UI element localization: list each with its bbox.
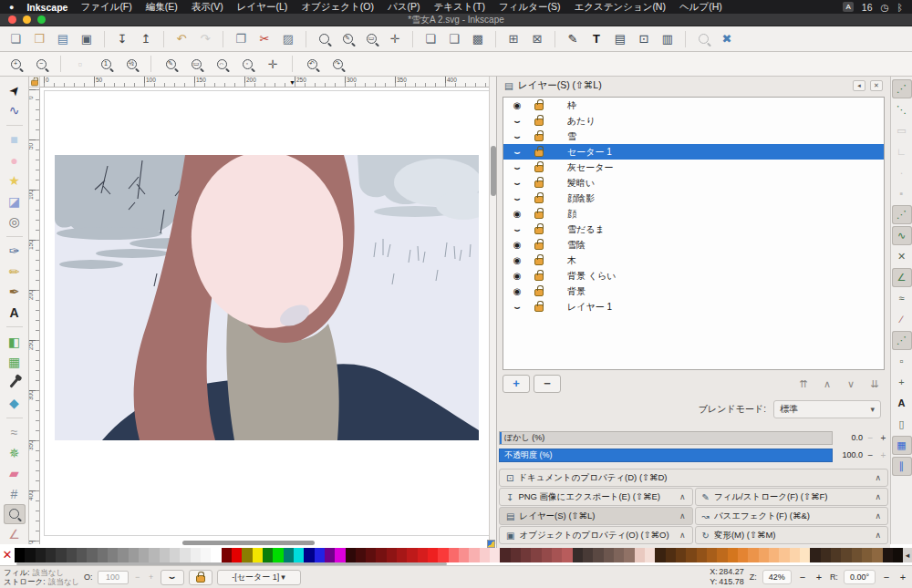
palette-scroll-arrow[interactable]: ◂: [903, 548, 912, 562]
layer-row[interactable]: ◉雪陰: [503, 237, 884, 253]
palette-swatch[interactable]: [356, 548, 366, 562]
snap-grids-icon[interactable]: ▦: [892, 436, 912, 455]
calligraphy-tool[interactable]: ✒: [4, 282, 26, 301]
palette-swatch[interactable]: [511, 548, 521, 562]
palette-swatch[interactable]: [242, 548, 252, 562]
palette-swatch[interactable]: [831, 548, 841, 562]
canvas[interactable]: [40, 88, 489, 544]
palette-swatch[interactable]: [149, 548, 159, 562]
zoom-drawing-icon[interactable]: ✎: [337, 29, 358, 49]
paste-icon[interactable]: ▨: [278, 29, 298, 49]
menu-item-1[interactable]: 編集(E): [146, 1, 178, 14]
palette-swatch[interactable]: [810, 548, 820, 562]
layer-row[interactable]: ⌣雪: [503, 129, 884, 144]
palette-swatch[interactable]: [201, 548, 211, 562]
palette-swatch[interactable]: [707, 548, 717, 562]
palette-swatch[interactable]: [862, 548, 872, 562]
duplicate-icon[interactable]: ❏: [420, 29, 440, 49]
node-tool[interactable]: ∿: [4, 100, 26, 119]
snap-nodes-icon[interactable]: ⋰: [892, 205, 912, 224]
app-menu[interactable]: Inkscape: [26, 2, 67, 13]
dropper-tool[interactable]: [4, 373, 26, 392]
object-properties-icon[interactable]: ▥: [658, 29, 678, 49]
palette-swatch[interactable]: [376, 548, 386, 562]
palette-swatch[interactable]: [604, 548, 614, 562]
bluetooth-icon[interactable]: ᛒ: [897, 2, 903, 13]
lower-layer-button[interactable]: ∨: [841, 375, 861, 393]
palette-swatch[interactable]: [738, 548, 748, 562]
palette-swatch[interactable]: [635, 548, 645, 562]
palette-swatch[interactable]: [872, 548, 882, 562]
layer-row[interactable]: ⌣セーター 1: [503, 144, 884, 160]
gradient-tool[interactable]: ◧: [4, 332, 26, 351]
box3d-tool[interactable]: ◪: [4, 191, 26, 211]
layer-row[interactable]: ◉木: [503, 253, 884, 268]
no-color-swatch[interactable]: ✕: [0, 548, 15, 562]
palette-swatch[interactable]: [98, 548, 108, 562]
layer-row[interactable]: ⌣灰セーター: [503, 160, 884, 175]
palette-swatch[interactable]: [583, 548, 593, 562]
horizontal-scrollbar-thumb[interactable]: [182, 541, 315, 545]
layer-row[interactable]: ⌣雪だるま: [503, 222, 884, 237]
rotation-decrement-button[interactable]: −: [881, 572, 892, 583]
palette-swatch[interactable]: [624, 548, 634, 562]
star-tool[interactable]: ★: [4, 171, 26, 191]
layer-row[interactable]: ⌣あたり: [503, 113, 884, 129]
menu-item-3[interactable]: レイヤー(L): [237, 1, 288, 14]
rotation-input[interactable]: 0.00°: [844, 570, 876, 584]
opacity-plus-button[interactable]: +: [878, 450, 888, 460]
eye-closed-icon[interactable]: ⌣: [511, 178, 523, 189]
vertical-scrollbar[interactable]: [489, 77, 496, 544]
palette-swatch[interactable]: [25, 548, 35, 562]
palette-swatch[interactable]: [821, 548, 831, 562]
raise-layer-button[interactable]: ∧: [817, 375, 837, 393]
ellipse-tool[interactable]: ●: [4, 150, 26, 170]
save-icon[interactable]: ▣: [77, 29, 97, 49]
panel-close-button[interactable]: ✕: [870, 80, 883, 91]
snap-paths-icon[interactable]: ∿: [892, 226, 912, 245]
eraser-tool[interactable]: ▰: [4, 464, 26, 483]
zoom-out-icon[interactable]: −: [31, 54, 51, 74]
tweak-tool[interactable]: ≈: [4, 423, 26, 442]
layer-row[interactable]: ◉顔: [503, 206, 884, 222]
lock-icon[interactable]: [534, 273, 544, 281]
palette-swatch[interactable]: [67, 548, 77, 562]
print-icon[interactable]: ▤: [53, 29, 73, 49]
fill-stroke-icon[interactable]: ✎: [563, 29, 583, 49]
color-management-icon[interactable]: [487, 540, 495, 548]
snap-others-icon[interactable]: ⋰: [892, 331, 912, 350]
palette-swatch[interactable]: [160, 548, 170, 562]
panel-collapse-button[interactable]: ◂: [853, 80, 865, 91]
zoom-center-page-icon[interactable]: ◦: [237, 54, 257, 74]
pencil-tool[interactable]: ✏: [4, 262, 26, 281]
menu-item-2[interactable]: 表示(V): [192, 1, 223, 14]
menu-item-8[interactable]: エクステンション(N): [574, 1, 666, 14]
menu-item-9[interactable]: ヘルプ(H): [679, 1, 722, 14]
palette-swatch[interactable]: [883, 548, 893, 562]
unlink-clone-icon[interactable]: ▩: [468, 29, 488, 49]
snap-bbox-edges-icon[interactable]: ▭: [892, 121, 912, 140]
zoom-1-1-icon[interactable]: 1: [96, 54, 116, 74]
palette-swatch[interactable]: [170, 548, 180, 562]
lock-icon[interactable]: [534, 304, 544, 312]
palette-swatch[interactable]: [542, 548, 552, 562]
palette-swatch[interactable]: [500, 548, 510, 562]
eye-closed-icon[interactable]: ⌣: [511, 224, 523, 235]
palette-swatch[interactable]: [46, 548, 56, 562]
palette-swatch[interactable]: [645, 548, 655, 562]
dock-fill-stroke[interactable]: ✎フィル/ストローク(F) (⇧⌘F)∧: [695, 488, 889, 506]
palette-swatch[interactable]: [428, 548, 438, 562]
layer-row[interactable]: ◉背景 くらい: [503, 268, 884, 284]
raise-to-top-button[interactable]: ⇈: [793, 375, 814, 393]
rotation-increment-button[interactable]: +: [897, 572, 908, 583]
lock-icon[interactable]: [534, 258, 544, 265]
dock-transform[interactable]: ↻変形(M) (⇧⌘M)∧: [695, 526, 889, 544]
snap-page-border-icon[interactable]: ▯: [892, 415, 912, 434]
lock-icon[interactable]: [534, 227, 544, 234]
lock-icon[interactable]: [534, 119, 544, 126]
snap-object-centers-icon[interactable]: ▫: [892, 352, 912, 371]
palette-swatch[interactable]: [36, 548, 46, 562]
text-icon[interactable]: T: [586, 29, 606, 49]
lock-icon[interactable]: [534, 134, 544, 141]
spiral-tool[interactable]: ◎: [4, 211, 26, 231]
